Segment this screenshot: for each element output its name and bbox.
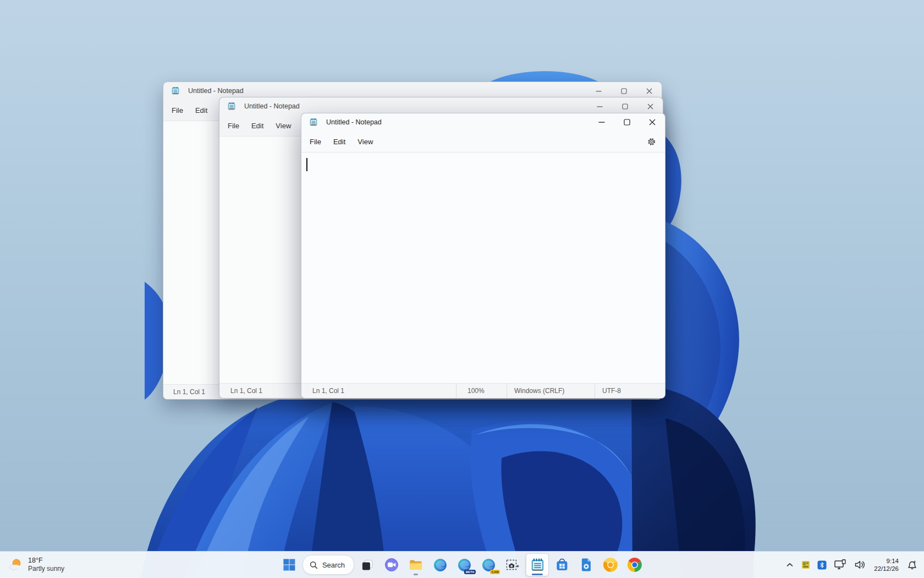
- text-editor-area[interactable]: [301, 152, 665, 383]
- edge-button[interactable]: [429, 554, 451, 576]
- svg-text:z: z: [914, 560, 916, 564]
- clock-date: 22/12/26: [874, 565, 899, 572]
- window-title: Untitled - Notepad: [326, 118, 382, 126]
- taskbar: 18°F Partly sunny Search: [0, 551, 924, 578]
- zoom-level[interactable]: 100%: [456, 384, 507, 398]
- chrome-icon: [628, 558, 642, 572]
- encoding: UTF-8: [595, 384, 665, 398]
- partly-sunny-icon: [8, 557, 24, 573]
- menu-edit[interactable]: Edit: [245, 119, 270, 133]
- snipping-tool-button[interactable]: [502, 554, 524, 576]
- menu-view[interactable]: View: [270, 119, 297, 133]
- notepad-button[interactable]: [526, 553, 549, 576]
- ethernet-icon[interactable]: [832, 555, 849, 574]
- edge-beta-button[interactable]: BETA: [453, 554, 475, 576]
- microsoft-store-icon: [555, 558, 569, 572]
- weather-widget[interactable]: 18°F Partly sunny: [3, 552, 69, 578]
- clock[interactable]: 9:14 22/12/26: [872, 557, 901, 572]
- menu-view[interactable]: View: [351, 135, 379, 149]
- settings-gear-icon[interactable]: [643, 134, 659, 149]
- active-running-indicator: [532, 574, 543, 575]
- chat-icon: [384, 558, 399, 572]
- start-button[interactable]: [278, 554, 300, 576]
- chrome-canary-icon: [603, 558, 618, 572]
- bluetooth-icon[interactable]: [816, 555, 828, 574]
- cursor-position: Ln 1, Col 1: [301, 384, 456, 398]
- notepad-app-icon: [309, 118, 318, 127]
- line-ending: Windows (CRLF): [507, 384, 595, 398]
- maximize-button[interactable]: [614, 113, 640, 131]
- window-title: Untitled - Notepad: [244, 102, 300, 110]
- windows-logo-icon: [283, 558, 296, 571]
- canary-badge: CAN: [490, 570, 500, 574]
- search-icon: [310, 561, 318, 569]
- menu-edit[interactable]: Edit: [327, 135, 351, 149]
- clock-time: 9:14: [874, 557, 899, 565]
- tray-app-icon[interactable]: [800, 555, 812, 574]
- chat-button[interactable]: [381, 554, 403, 576]
- chevron-up-icon: [785, 561, 794, 569]
- notepad-app-icon: [227, 102, 236, 111]
- hidden-icons-chevron[interactable]: [784, 555, 796, 574]
- close-button[interactable]: [640, 113, 665, 131]
- cursor-position: Ln 1, Col 1: [219, 387, 262, 395]
- microsoft-store-button[interactable]: [551, 554, 573, 576]
- menu-file[interactable]: File: [166, 103, 189, 117]
- minimize-button[interactable]: [589, 113, 614, 131]
- status-bar: Ln 1, Col 1 100% Windows (CRLF) UTF-8: [301, 383, 665, 398]
- chrome-canary-button[interactable]: [600, 554, 622, 576]
- file-explorer-icon: [409, 558, 423, 572]
- menu-file[interactable]: File: [304, 135, 327, 149]
- menu-edit[interactable]: Edit: [189, 103, 213, 117]
- file-explorer-button[interactable]: [405, 554, 427, 576]
- snipping-tool-icon: [505, 558, 520, 572]
- titlebar[interactable]: Untitled - Notepad: [301, 113, 665, 131]
- edge-canary-button[interactable]: CAN: [477, 554, 499, 576]
- text-cursor: [306, 158, 307, 171]
- volume-icon[interactable]: [853, 555, 868, 574]
- beta-badge: BETA: [464, 570, 476, 574]
- notepad-app-icon: [171, 86, 180, 95]
- search-label: Search: [322, 561, 345, 569]
- chrome-button[interactable]: [624, 554, 646, 576]
- notepad-window-front: Untitled - Notepad File Edit View Ln 1, …: [301, 113, 666, 399]
- menu-bar: File Edit View: [301, 131, 665, 152]
- window-title: Untitled - Notepad: [188, 87, 244, 95]
- menu-file[interactable]: File: [222, 119, 245, 133]
- notepad-icon: [530, 558, 545, 572]
- dev-document-button[interactable]: [575, 554, 597, 576]
- cursor-position: Ln 1, Col 1: [163, 388, 205, 396]
- task-view-button[interactable]: [356, 554, 378, 576]
- search-box[interactable]: Search: [302, 555, 354, 575]
- weather-condition: Partly sunny: [28, 565, 64, 573]
- edge-icon: [433, 558, 447, 572]
- weather-temperature: 18°F: [28, 557, 64, 565]
- notification-bell-icon[interactable]: z: [905, 555, 920, 574]
- dev-document-icon: [580, 558, 593, 572]
- running-indicator: [414, 574, 418, 575]
- task-view-icon: [361, 558, 374, 571]
